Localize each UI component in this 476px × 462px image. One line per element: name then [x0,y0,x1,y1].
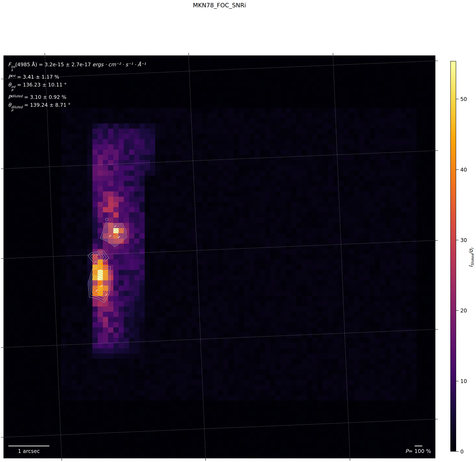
colorbar-tick [456,240,459,240]
annotation-line: Pint = 3.41 ± 1.17 % [8,72,146,81]
figure-title: MKN78_FOC_SNRi [3,2,435,9]
axis-tick [1,168,3,169]
axis-tick [435,240,438,241]
figure: MKN78_FOC_SNRi Fintλ(4985 Å) = 3.2e-15 ±… [0,0,476,462]
colorbar-tick [456,99,459,99]
axis-tick [350,458,350,461]
axis-tick [333,53,333,55]
axis-tick [435,419,438,419]
colorbar-tick-label: 20 [460,308,467,314]
colorbar-tick [456,310,459,311]
image-canvas [3,55,435,458]
annotation-line: θintP = 136.23 ± 10.11 ° [8,81,146,92]
axis-tick [1,437,3,437]
colorbar-tick [456,169,459,170]
colorbar [450,61,456,452]
scalebar-label: 1 arcsec [8,448,49,454]
colorbar-tick-label: 10 [460,378,467,384]
colorbar-tick-label: 50 [460,96,467,102]
axis-tick [1,79,3,79]
axis-tick [435,151,438,151]
axis-tick [61,458,62,461]
annotation-line: Pdiluted = 3.10 ± 0.92 % [8,92,146,101]
colorbar-axis-label: IStokes/σI [468,248,475,267]
axis-tick [1,347,3,348]
pol-scale-label: P= 100 % [404,448,432,454]
colorbar-tick [456,381,459,381]
axis-tick [45,53,45,55]
axis-tick [435,61,438,61]
axis-tick [205,458,206,461]
colorbar-tick-label: 40 [460,167,467,173]
axis-tick [1,258,3,259]
axis-tick [188,53,189,55]
axis-tick [435,329,438,329]
annotation-line: θdilutedP = 139.24 ± 8.71 ° [8,101,146,112]
colorbar-tick-label: 0 [460,449,464,455]
colorbar-tick [456,451,459,452]
image-axes: Fintλ(4985 Å) = 3.2e-15 ± 2.7e-17 ergs ·… [3,55,435,458]
annotation-line: Fintλ(4985 Å) = 3.2e-15 ± 2.7e-17 ergs ·… [8,61,146,72]
colorbar-tick-label: 30 [460,237,467,243]
pol-scale-bar [415,445,422,446]
annotation-block: Fintλ(4985 Å) = 3.2e-15 ± 2.7e-17 ergs ·… [8,61,146,112]
scalebar-line [8,445,49,446]
